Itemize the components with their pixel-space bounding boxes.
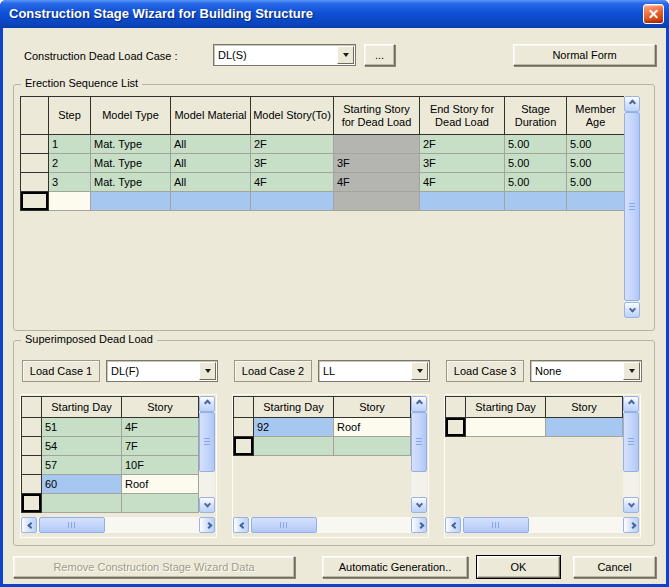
- cell-model-material[interactable]: All: [171, 154, 251, 173]
- scroll-left-button[interactable]: [233, 517, 249, 533]
- cell-starting-story[interactable]: [334, 192, 420, 211]
- cell-starting-day[interactable]: 51: [42, 418, 122, 437]
- cell-model-story[interactable]: [251, 192, 334, 211]
- ok-button[interactable]: OK: [477, 556, 560, 578]
- cell-member-age[interactable]: 5.00: [567, 154, 625, 173]
- load-case-1-vscrollbar[interactable]: [199, 396, 215, 513]
- scroll-down-button[interactable]: [411, 497, 427, 513]
- titlebar[interactable]: Construction Stage Wizard for Building S…: [0, 0, 669, 28]
- scroll-left-button[interactable]: [21, 517, 37, 533]
- scrollbar-track[interactable]: [461, 517, 623, 533]
- row-selector[interactable]: [21, 192, 49, 211]
- cell-model-material[interactable]: All: [171, 173, 251, 192]
- cell-stage-duration[interactable]: 5.00: [505, 135, 567, 154]
- cell-starting-day[interactable]: 92: [254, 418, 334, 437]
- row-selector[interactable]: [22, 475, 42, 494]
- load-case-2-combo[interactable]: LL: [318, 360, 430, 382]
- row-selector[interactable]: [22, 437, 42, 456]
- erection-table-scrollbar[interactable]: [624, 96, 640, 318]
- close-button[interactable]: [643, 4, 664, 24]
- cell-stage-duration[interactable]: 5.00: [505, 154, 567, 173]
- row-selector[interactable]: [22, 418, 42, 437]
- cell-step[interactable]: 3: [49, 173, 91, 192]
- row-selector[interactable]: [22, 456, 42, 475]
- cell-story[interactable]: [334, 437, 411, 456]
- cell-story[interactable]: Roof: [122, 475, 199, 494]
- cell-starting-day[interactable]: 54: [42, 437, 122, 456]
- cell-member-age[interactable]: 5.00: [567, 135, 625, 154]
- cell-model-material[interactable]: [171, 192, 251, 211]
- scrollbar-track[interactable]: [411, 412, 427, 497]
- cell-stage-duration[interactable]: 5.00: [505, 173, 567, 192]
- scrollbar-thumb[interactable]: [39, 517, 105, 533]
- cell-member-age[interactable]: 5.00: [567, 173, 625, 192]
- cell-starting-day[interactable]: 60: [42, 475, 122, 494]
- scrollbar-track[interactable]: [624, 112, 640, 302]
- scroll-up-button[interactable]: [624, 96, 640, 112]
- scrollbar-track[interactable]: [623, 412, 639, 497]
- scroll-left-button[interactable]: [445, 517, 461, 533]
- cell-model-type[interactable]: Mat. Type: [91, 154, 171, 173]
- cell-story[interactable]: [122, 494, 199, 513]
- scrollbar-thumb[interactable]: [199, 412, 215, 472]
- cell-starting-story[interactable]: 3F: [334, 154, 420, 173]
- cell-starting-story[interactable]: 4F: [334, 173, 420, 192]
- scrollbar-track[interactable]: [37, 517, 199, 533]
- load-case-2-vscrollbar[interactable]: [411, 396, 427, 513]
- cell-model-story[interactable]: 3F: [251, 154, 334, 173]
- cancel-button[interactable]: Cancel: [573, 556, 656, 578]
- chevron-down-icon[interactable]: [199, 362, 216, 380]
- scrollbar-thumb[interactable]: [463, 517, 529, 533]
- cell-member-age[interactable]: [567, 192, 625, 211]
- load-case-3-vscrollbar[interactable]: [623, 396, 639, 513]
- row-selector[interactable]: [446, 418, 466, 437]
- scrollbar-track[interactable]: [249, 517, 411, 533]
- load-case-3-hscrollbar[interactable]: [445, 517, 639, 533]
- row-selector[interactable]: [21, 173, 49, 192]
- cell-story[interactable]: 4F: [122, 418, 199, 437]
- scrollbar-thumb[interactable]: [623, 412, 639, 472]
- chevron-down-icon[interactable]: [623, 362, 640, 380]
- remove-wizard-data-button[interactable]: Remove Construction Stage Wizard Data: [13, 556, 295, 578]
- scroll-up-button[interactable]: [411, 396, 427, 412]
- cell-starting-day[interactable]: [254, 437, 334, 456]
- cell-stage-duration[interactable]: [505, 192, 567, 211]
- row-selector[interactable]: [22, 494, 42, 513]
- chevron-down-icon[interactable]: [411, 362, 428, 380]
- scroll-right-button[interactable]: [623, 517, 639, 533]
- scrollbar-thumb[interactable]: [251, 517, 317, 533]
- cell-story[interactable]: 7F: [122, 437, 199, 456]
- load-case-1-hscrollbar[interactable]: [21, 517, 215, 533]
- cell-story[interactable]: Roof: [334, 418, 411, 437]
- cell-model-material[interactable]: All: [171, 135, 251, 154]
- cell-step[interactable]: 2: [49, 154, 91, 173]
- cell-end-story[interactable]: 3F: [420, 154, 505, 173]
- cell-end-story[interactable]: 4F: [420, 173, 505, 192]
- cell-step[interactable]: 1: [49, 135, 91, 154]
- scroll-down-button[interactable]: [199, 497, 215, 513]
- cell-model-story[interactable]: 4F: [251, 173, 334, 192]
- cell-model-type[interactable]: [91, 192, 171, 211]
- load-case-1-combo[interactable]: DL(F): [106, 360, 218, 382]
- cell-story[interactable]: 10F: [122, 456, 199, 475]
- cell-end-story[interactable]: [420, 192, 505, 211]
- scroll-right-button[interactable]: [199, 517, 215, 533]
- cell-starting-story[interactable]: [334, 135, 420, 154]
- scrollbar-thumb[interactable]: [624, 112, 640, 301]
- normal-form-button[interactable]: Normal Form: [513, 44, 656, 66]
- cell-starting-day[interactable]: [466, 418, 546, 437]
- cell-starting-day[interactable]: 57: [42, 456, 122, 475]
- row-selector[interactable]: [21, 154, 49, 173]
- dead-load-case-combo[interactable]: DL(S): [213, 44, 356, 66]
- cell-starting-day[interactable]: [42, 494, 122, 513]
- automatic-generation-button[interactable]: Automatic Generation..: [322, 556, 468, 578]
- cell-model-type[interactable]: Mat. Type: [91, 173, 171, 192]
- scroll-down-button[interactable]: [623, 497, 639, 513]
- chevron-down-icon[interactable]: [337, 46, 354, 64]
- browse-button[interactable]: ...: [364, 44, 395, 66]
- scrollbar-thumb[interactable]: [411, 412, 427, 472]
- cell-model-story[interactable]: 2F: [251, 135, 334, 154]
- load-case-3-combo[interactable]: None: [530, 360, 642, 382]
- row-selector[interactable]: [234, 418, 254, 437]
- scroll-down-button[interactable]: [624, 302, 640, 318]
